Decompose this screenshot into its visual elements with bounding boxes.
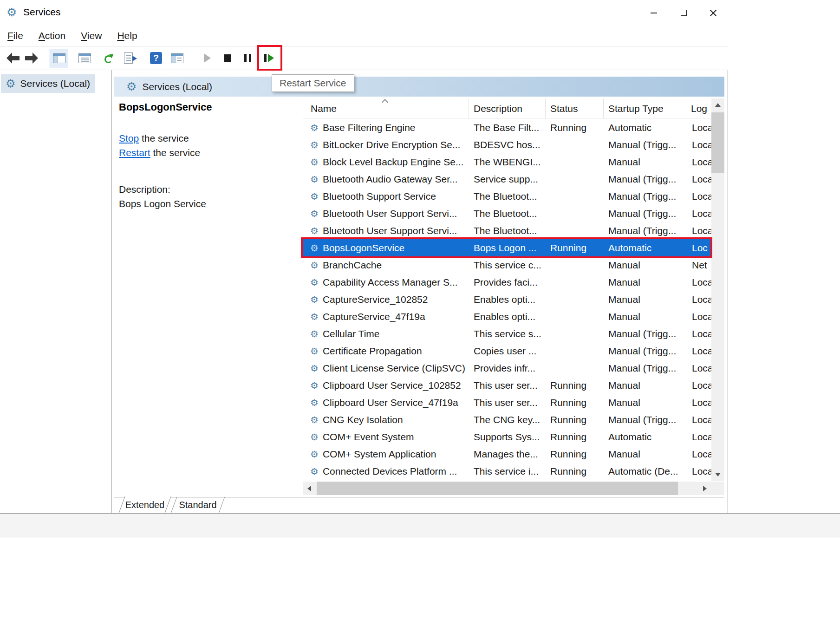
service-gear-icon: ⚙ — [310, 174, 319, 185]
scroll-up-button[interactable] — [711, 98, 724, 111]
table-row[interactable]: ⚙ Base Filtering Engine The Base Filt...… — [303, 119, 711, 136]
table-row[interactable]: ⚙ BranchCache This service c... Manual N… — [303, 256, 711, 274]
stop-service-button[interactable] — [218, 49, 237, 67]
help-button[interactable]: ? — [147, 49, 165, 67]
service-log-on-as-cell: Loca — [687, 377, 711, 394]
start-service-button[interactable] — [198, 49, 216, 67]
pause-service-button[interactable] — [238, 49, 257, 67]
service-description-cell: The CNG key... — [469, 411, 546, 428]
service-log-on-as-cell: Loca — [687, 463, 711, 480]
service-status-cell — [546, 205, 604, 222]
window-controls — [639, 0, 728, 26]
service-name-cell: ⚙ Certificate Propagation — [303, 342, 469, 359]
service-startup-type-cell: Manual (Trigg... — [604, 342, 687, 359]
table-row[interactable]: ⚙ Cellular Time This service s... Manual… — [303, 325, 711, 342]
menu-item-help[interactable]: Help — [117, 30, 137, 41]
service-log-on-as-cell: Loca — [687, 411, 711, 428]
service-status-cell — [546, 170, 604, 188]
tab-standard[interactable]: Standard — [171, 497, 225, 513]
status-bar-divider — [648, 514, 648, 537]
table-row[interactable]: ⚙ Client License Service (ClipSVC) Provi… — [303, 359, 711, 377]
service-startup-type-cell: Manual — [604, 291, 687, 308]
column-header-startup-type[interactable]: Startup Type — [604, 98, 687, 118]
table-row[interactable]: ⚙ Block Level Backup Engine Se... The WB… — [303, 153, 711, 170]
scroll-down-button[interactable] — [711, 468, 724, 481]
scroll-left-button[interactable] — [303, 482, 316, 495]
table-row[interactable]: ⚙ CNG Key Isolation The CNG key... Runni… — [303, 411, 711, 428]
service-name: Bluetooth User Support Servi... — [323, 225, 457, 236]
properties-button[interactable] — [75, 49, 94, 67]
close-icon — [710, 9, 717, 17]
view-header: ⚙ Services (Local) — [114, 77, 724, 97]
restart-service-line: Restart the service — [119, 145, 200, 160]
table-row[interactable]: ⚙ BitLocker Drive Encryption Se... BDESV… — [303, 136, 711, 153]
service-gear-icon: ⚙ — [310, 157, 319, 168]
service-name-cell: ⚙ Capability Access Manager S... — [303, 274, 469, 291]
table-row[interactable]: ⚙ BopsLogonService Bops Logon ... Runnin… — [303, 239, 711, 256]
table-row[interactable]: ⚙ CaptureService_47f19a Enables opti... … — [303, 308, 711, 325]
service-gear-icon: ⚙ — [310, 363, 319, 374]
services-gear-icon: ⚙ — [6, 77, 16, 90]
service-gear-icon: ⚙ — [310, 449, 319, 460]
table-row[interactable]: ⚙ COM+ System Application Manages the...… — [303, 445, 711, 463]
column-header-description[interactable]: Description — [469, 98, 546, 118]
service-startup-type-cell: Manual — [604, 274, 687, 291]
table-row[interactable]: ⚙ Bluetooth User Support Servi... The Bl… — [303, 222, 711, 239]
service-log-on-as-cell: Net — [687, 256, 711, 274]
pause-service-icon — [244, 54, 251, 62]
maximize-button[interactable] — [669, 0, 698, 26]
column-header-log-on-as[interactable]: Log — [687, 98, 711, 118]
menu-item-view[interactable]: View — [81, 30, 102, 41]
menu-item-file[interactable]: File — [7, 30, 23, 41]
column-header-status[interactable]: Status — [546, 98, 604, 118]
tree-item-services-local[interactable]: ⚙ Services (Local) — [1, 74, 95, 93]
service-name-cell: ⚙ COM+ System Application — [303, 445, 469, 463]
service-name: Bluetooth Audio Gateway Ser... — [323, 174, 458, 185]
service-log-on-as-cell: Loca — [687, 205, 711, 222]
horizontal-scrollbar[interactable] — [303, 482, 711, 495]
back-button[interactable] — [4, 49, 22, 67]
service-name: Connected Devices Platform ... — [323, 466, 457, 477]
table-row[interactable]: ⚙ Connected Devices Platform ... This se… — [303, 463, 711, 480]
menu-item-action[interactable]: Action — [39, 30, 65, 41]
service-gear-icon: ⚙ — [310, 242, 319, 254]
table-row[interactable]: ⚙ Bluetooth Audio Gateway Ser... Service… — [303, 170, 711, 188]
service-name-cell: ⚙ Base Filtering Engine — [303, 119, 469, 136]
service-gear-icon: ⚙ — [310, 225, 319, 236]
description-label: Description: — [119, 182, 206, 196]
service-name: Clipboard User Service_47f19a — [323, 397, 458, 408]
back-arrow-icon — [6, 52, 20, 64]
show-hide-console-tree-button[interactable] — [50, 49, 68, 67]
table-row[interactable]: ⚙ Capability Access Manager S... Provide… — [303, 274, 711, 291]
service-startup-type-cell: Manual (Trigg... — [604, 205, 687, 222]
forward-button[interactable] — [22, 49, 41, 67]
close-button[interactable] — [698, 0, 728, 26]
service-gear-icon: ⚙ — [310, 277, 319, 288]
table-row[interactable]: ⚙ Bluetooth Support Service The Bluetoot… — [303, 188, 711, 205]
horizontal-scrollbar-thumb[interactable] — [317, 482, 678, 495]
vertical-scrollbar[interactable] — [711, 98, 724, 481]
new-window-button[interactable] — [168, 49, 186, 67]
tab-extended[interactable]: Extended — [118, 496, 171, 513]
restart-service-link[interactable]: Restart — [119, 147, 150, 158]
vertical-scrollbar-thumb[interactable] — [711, 112, 724, 173]
table-row[interactable]: ⚙ Clipboard User Service_102852 This use… — [303, 377, 711, 394]
service-name-cell: ⚙ Connected Devices Platform ... — [303, 463, 469, 480]
table-row[interactable]: ⚙ Certificate Propagation Copies user ..… — [303, 342, 711, 359]
service-name: Capability Access Manager S... — [323, 277, 458, 288]
stop-service-link[interactable]: Stop — [119, 133, 139, 144]
down-arrow-icon — [715, 473, 721, 476]
table-row[interactable]: ⚙ CaptureService_102852 Enables opti... … — [303, 291, 711, 308]
service-gear-icon: ⚙ — [310, 466, 319, 477]
minimize-button[interactable] — [639, 0, 669, 26]
service-description-cell: The Bluetoot... — [469, 188, 546, 205]
table-row[interactable]: ⚙ COM+ Event System Supports Sys... Runn… — [303, 428, 711, 445]
export-list-button[interactable] — [119, 49, 137, 67]
restart-service-button[interactable] — [260, 49, 278, 67]
table-row[interactable]: ⚙ Clipboard User Service_47f19a This use… — [303, 394, 711, 411]
left-arrow-icon — [307, 486, 311, 491]
scroll-right-button[interactable] — [698, 482, 711, 495]
service-startup-type-cell: Automatic (De... — [604, 463, 687, 480]
refresh-button[interactable] — [98, 49, 116, 67]
table-row[interactable]: ⚙ Bluetooth User Support Servi... The Bl… — [303, 205, 711, 222]
